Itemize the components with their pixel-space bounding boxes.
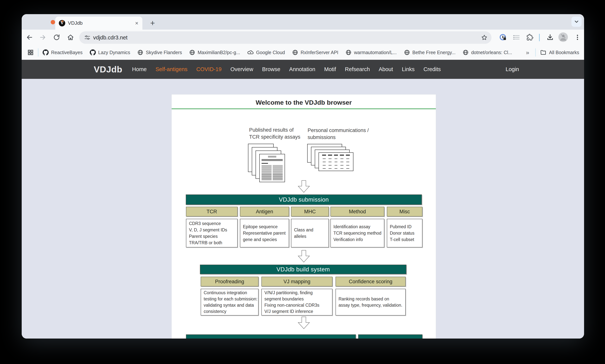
submission-banner: VDJdb submission [186,195,422,205]
build-system-banner: VDJdb build system [200,265,406,274]
stacked-sheet-front [319,152,353,171]
site-navbar: VDJdb Home Self-antigens COVID-19 Overvi… [22,60,584,79]
antigen-details-box: Epitope sequence Representative parent g… [240,219,289,247]
nav-item-overview[interactable]: Overview [231,66,253,72]
bookmark-item[interactable]: Lazy Dynamics [90,49,130,55]
browser-menu-icon[interactable] [573,33,582,42]
confidence-scoring-details-box: Ranking records based on assay type, fre… [335,289,406,315]
traffic-light-close[interactable] [51,20,55,24]
tab-close-icon[interactable]: × [133,19,141,27]
bookmarks-bar: ReactiveBayes Lazy Dynamics Skydive Flan… [22,45,584,60]
bookmark-label: warmautomation/L... [354,50,397,55]
nav-item-credits[interactable]: Credits [424,66,441,72]
bookmark-label: MaximilianB2/pc-g... [198,50,240,55]
title-divider [172,108,436,109]
globe-icon [346,49,351,55]
folder-icon [540,49,546,56]
password-manager-icon[interactable] [499,33,507,42]
back-button[interactable] [25,33,34,42]
tab-title: VDJdb [68,20,133,26]
nav-item-links[interactable]: Links [402,66,415,72]
tab-strip: V VDJdb × + [22,14,584,30]
down-arrow [297,180,311,193]
proofreading-details-box: Continuous integration testing for each … [201,289,258,315]
column-header-proofreading: Proofreading [201,277,258,286]
sheet-table-sketch [319,153,353,171]
url-text: vdjdb.cdr3.net [93,35,128,41]
bookmark-item[interactable]: Google Cloud [247,49,285,56]
chevron-down-icon [574,19,579,25]
bookmarks-separator [535,48,536,57]
globe-icon [404,49,410,55]
bookmark-item[interactable]: warmautomation/L... [346,49,397,55]
page-title: Welcome to the VDJdb browser [172,99,436,106]
bookmark-item[interactable]: dotnet/orleans: Cl... [463,49,512,55]
nav-item-browse[interactable]: Browse [262,66,281,72]
bookmark-label: Google Cloud [256,50,285,55]
tcr-details-box: CDR3 sequence V, D, J segment IDs Parent… [186,219,238,247]
nav-item-home[interactable]: Home [132,66,147,72]
bookmark-item[interactable]: MaximilianB2/pc-g... [189,49,240,55]
forward-button[interactable] [39,33,47,42]
profile-avatar[interactable] [558,32,568,42]
column-header-confidence-scoring: Confidence scoring [335,277,406,286]
nav-item-self-antigens[interactable]: Self-antigens [155,66,187,72]
vdjdb-logo[interactable]: VDJdb [94,64,122,75]
bookmark-item[interactable]: ReactiveBayes [43,49,83,55]
bookmark-item[interactable]: RxInferServer API [292,49,338,55]
stacked-paper-front [259,154,285,182]
site-settings-icon[interactable] [84,34,90,41]
url-bar[interactable]: vdjdb.cdr3.net [79,31,491,44]
nav-item-covid19[interactable]: COVID-19 [196,66,222,72]
globe-icon [189,49,195,55]
bookmarks-separator [38,48,39,57]
bookmarks-overflow-chevron[interactable]: » [524,49,531,56]
all-bookmarks-button[interactable]: All Bookmarks [549,50,579,55]
globe-icon [292,49,298,55]
globe-icon [137,49,143,55]
login-button[interactable]: Login [506,66,519,72]
bookmark-star-icon[interactable] [481,34,488,41]
vj-mapping-details-box: V/N/J partitioning, finding segment boun… [261,289,333,315]
nav-item-motif[interactable]: Motif [324,66,336,72]
nav-item-refsearch[interactable]: Refsearch [345,66,370,72]
reading-list-icon[interactable] [512,33,521,42]
bottom-banner-left [186,334,356,338]
method-details-box: Identification assay TCR sequencing meth… [330,219,384,247]
nav-item-about[interactable]: About [379,66,393,72]
welcome-card: Welcome to the VDJdb browser Published r… [171,94,436,338]
bookmark-label: dotnet/orleans: Cl... [471,50,512,55]
page-background: Welcome to the VDJdb browser Published r… [22,79,584,338]
column-header-tcr: TCR [186,207,238,217]
down-arrow [297,317,311,329]
browser-window: V VDJdb × + [22,14,584,338]
browser-toolbar: vdjdb.cdr3.net [22,30,584,45]
github-icon [43,49,49,55]
bookmark-label: ReactiveBayes [51,50,83,55]
globe-icon [463,49,469,55]
bookmark-item[interactable]: Bethe Free Energy... [404,49,456,55]
reload-button[interactable] [52,33,61,42]
bookmark-label: Skydive Flanders [146,50,182,55]
toolbar-separator [539,34,540,41]
column-header-vj-mapping: VJ mapping [261,277,333,286]
nav-item-annotation[interactable]: Annotation [289,66,315,72]
column-header-method: Method [330,207,384,217]
published-results-label: Published results of TCR specificity ass… [249,127,300,141]
downloads-icon[interactable] [546,33,554,42]
misc-details-box: Pubmed ID Donor status T-cell subset [387,219,423,247]
bottom-banner-right [358,334,423,338]
extensions-icon[interactable] [526,33,534,42]
apps-grid-icon[interactable] [27,49,34,56]
browser-tab[interactable]: V VDJdb × [55,17,142,30]
column-header-misc: Misc [387,207,423,217]
bookmark-item[interactable]: Skydive Flanders [137,49,182,55]
mhc-details-box: Class and alleles [291,219,329,247]
home-button[interactable] [66,33,75,42]
tab-search-button[interactable] [571,17,582,27]
new-tab-button[interactable]: + [148,18,157,28]
google-cloud-icon [247,49,254,56]
github-icon [90,49,96,55]
personal-communications-label: Personal communications / submissions [308,127,369,141]
column-header-mhc: MHC [291,207,329,217]
